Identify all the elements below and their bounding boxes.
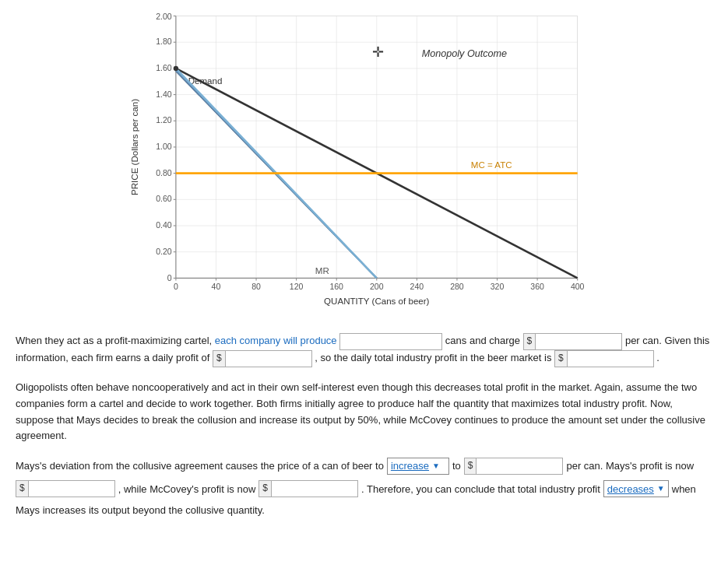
svg-text:1.80: 1.80 [156, 37, 172, 46]
svg-text:1.00: 1.00 [156, 142, 172, 151]
svg-text:1.20: 1.20 [156, 115, 172, 125]
chart-container: ✛ 0 0.20 0.40 0.60 [123, 8, 606, 319]
svg-text:0: 0 [173, 282, 178, 291]
p3-text7: Mays increases its output beyond the col… [16, 504, 265, 516]
profit-input-wrap[interactable]: $ [213, 350, 312, 367]
svg-text:160: 160 [329, 282, 343, 291]
produce-input-wrap[interactable] [339, 333, 442, 350]
svg-text:240: 240 [410, 282, 424, 291]
svg-text:1.60: 1.60 [156, 63, 172, 72]
paragraph-2: Oligopolists often behave noncooperative… [16, 380, 712, 444]
text-section-2: Oligopolists often behave noncooperative… [16, 380, 712, 444]
svg-text:360: 360 [530, 282, 544, 291]
p1-text5: . [656, 352, 659, 363]
total-profit-input[interactable] [568, 351, 653, 367]
charge-input-wrap[interactable]: $ [523, 333, 623, 350]
price-to-dollar: $ [465, 458, 477, 474]
svg-text:0.60: 0.60 [156, 194, 172, 203]
mays-profit-input[interactable] [29, 481, 114, 497]
increase-dropdown-arrow: ▼ [432, 459, 440, 473]
svg-text:0.80: 0.80 [156, 168, 172, 177]
svg-text:1.40: 1.40 [156, 89, 172, 99]
total-profit-dollar: $ [555, 351, 568, 367]
charge-dollar: $ [524, 334, 536, 349]
svg-text:200: 200 [370, 282, 384, 291]
svg-text:QUANTITY (Cans of beer): QUANTITY (Cans of beer) [324, 297, 430, 306]
produce-input[interactable] [340, 334, 441, 349]
mays-profit-input-wrap[interactable]: $ [16, 480, 115, 497]
paragraph-3-row1: Mays's deviation from the collusive agre… [16, 457, 712, 475]
svg-text:MR: MR [315, 266, 329, 275]
svg-text:40: 40 [211, 282, 220, 291]
svg-text:320: 320 [490, 282, 504, 291]
svg-text:120: 120 [289, 282, 303, 291]
decreases-dropdown-label: decreases [607, 480, 654, 498]
move-cursor-icon: ✛ [372, 44, 384, 61]
mccovey-profit-dollar: $ [259, 481, 272, 497]
increase-dropdown[interactable]: increase ▼ [387, 458, 449, 475]
p1-text1: When they act as a profit-maximizing car… [16, 335, 212, 346]
charge-input[interactable] [536, 334, 621, 349]
total-profit-input-wrap[interactable]: $ [554, 350, 654, 367]
price-to-input[interactable] [477, 458, 562, 474]
p3-text1: Mays's deviation from the collusive agre… [16, 457, 384, 475]
svg-text:0.20: 0.20 [156, 247, 172, 256]
economics-chart: 0 0.20 0.40 0.60 0.80 1.00 1.20 1.40 1.6… [123, 8, 606, 319]
price-to-input-wrap[interactable]: $ [464, 458, 564, 475]
p3-text5: . Therefore, you can conclude that total… [361, 480, 600, 498]
svg-text:Monopoly Outcome: Monopoly Outcome [421, 48, 506, 59]
p3-text6: when [672, 480, 696, 498]
p1-highlight: each company will produce [215, 335, 339, 346]
svg-text:PRICE (Dollars per can): PRICE (Dollars per can) [130, 99, 139, 195]
svg-text:400: 400 [570, 282, 584, 291]
decreases-dropdown[interactable]: decreases ▼ [603, 480, 669, 497]
svg-point-80 [173, 66, 178, 71]
p1-text4: , so the daily total industry profit in … [315, 352, 554, 363]
svg-text:280: 280 [450, 282, 464, 291]
paragraph-3-row3: Mays increases its output beyond the col… [16, 503, 712, 519]
p3-text2: to [452, 457, 461, 475]
profit-input[interactable] [226, 351, 311, 367]
svg-text:0: 0 [167, 273, 171, 282]
mays-profit-dollar: $ [16, 481, 29, 497]
svg-text:MC = ATC: MC = ATC [470, 160, 512, 170]
increase-dropdown-label: increase [391, 457, 429, 475]
text-section-3: Mays's deviation from the collusive agre… [16, 457, 712, 519]
profit-dollar: $ [213, 351, 226, 367]
svg-text:80: 80 [251, 282, 261, 291]
decreases-dropdown-arrow: ▼ [657, 482, 665, 496]
p3-text4: , while McCovey's profit is now [118, 480, 256, 498]
svg-text:2.00: 2.00 [156, 12, 172, 21]
paragraph-3-row2: $ , while McCovey's profit is now $ . Th… [16, 480, 712, 498]
paragraph-1: When they act as a profit-maximizing car… [16, 333, 712, 367]
p1-text2: cans and charge [445, 335, 523, 346]
mccovey-profit-input[interactable] [272, 481, 357, 497]
svg-text:0.40: 0.40 [156, 220, 172, 230]
mccovey-profit-input-wrap[interactable]: $ [258, 480, 358, 497]
p3-text3: per can. Mays's profit is now [566, 457, 694, 475]
text-section-1: When they act as a profit-maximizing car… [16, 333, 712, 367]
